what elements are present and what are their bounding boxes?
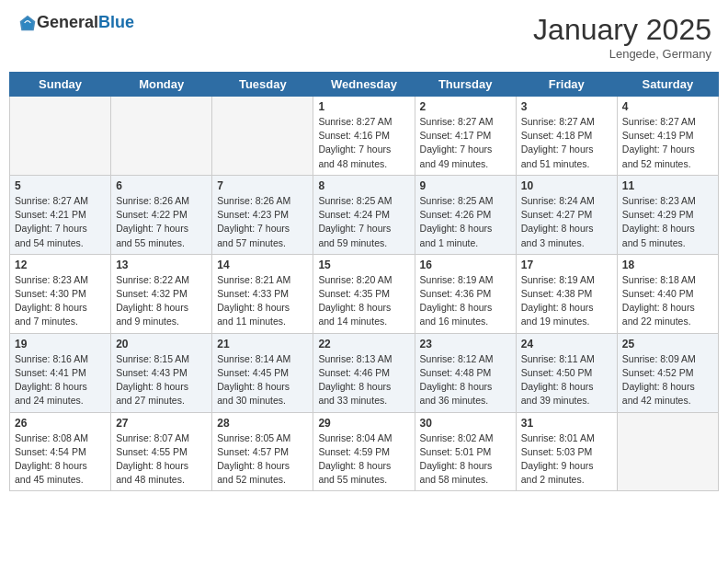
logo-blue: Blue [98,13,134,31]
calendar-cell: 3Sunrise: 8:27 AM Sunset: 4:18 PM Daylig… [516,97,617,176]
day-number: 27 [116,417,207,430]
calendar-cell: 20Sunrise: 8:15 AM Sunset: 4:43 PM Dayli… [111,333,212,412]
calendar-cell: 7Sunrise: 8:26 AM Sunset: 4:23 PM Daylig… [212,175,313,254]
calendar-cell: 28Sunrise: 8:05 AM Sunset: 4:57 PM Dayli… [212,412,313,491]
calendar-cell [111,97,212,176]
day-number: 23 [420,338,511,350]
day-info: Sunrise: 8:27 AM Sunset: 4:21 PM Dayligh… [15,194,106,250]
weekday-header-sunday: Sunday [10,73,111,97]
day-number: 9 [420,179,511,192]
calendar-cell: 30Sunrise: 8:02 AM Sunset: 5:01 PM Dayli… [415,412,516,491]
calendar-week-row: 5Sunrise: 8:27 AM Sunset: 4:21 PM Daylig… [10,175,719,254]
svg-marker-1 [21,17,33,29]
day-number: 11 [622,179,713,192]
day-info: Sunrise: 8:27 AM Sunset: 4:18 PM Dayligh… [521,115,612,171]
day-info: Sunrise: 8:15 AM Sunset: 4:43 PM Dayligh… [116,352,207,408]
day-info: Sunrise: 8:27 AM Sunset: 4:16 PM Dayligh… [318,115,409,171]
calendar-table: SundayMondayTuesdayWednesdayThursdayFrid… [9,72,719,491]
calendar-week-row: 19Sunrise: 8:16 AM Sunset: 4:41 PM Dayli… [10,333,719,412]
calendar-cell: 16Sunrise: 8:19 AM Sunset: 4:36 PM Dayli… [415,254,516,333]
logo-text: GeneralBlue [37,13,134,32]
weekday-header-thursday: Thursday [415,73,516,97]
weekday-header-row: SundayMondayTuesdayWednesdayThursdayFrid… [10,73,719,97]
day-info: Sunrise: 8:27 AM Sunset: 4:19 PM Dayligh… [622,115,713,171]
calendar-cell: 25Sunrise: 8:09 AM Sunset: 4:52 PM Dayli… [617,333,718,412]
day-info: Sunrise: 8:19 AM Sunset: 4:38 PM Dayligh… [521,273,612,329]
day-info: Sunrise: 8:23 AM Sunset: 4:30 PM Dayligh… [15,273,106,329]
day-info: Sunrise: 8:27 AM Sunset: 4:17 PM Dayligh… [420,115,511,171]
calendar-cell: 5Sunrise: 8:27 AM Sunset: 4:21 PM Daylig… [10,175,111,254]
calendar-cell [212,97,313,176]
weekday-header-friday: Friday [516,73,617,97]
calendar-cell: 31Sunrise: 8:01 AM Sunset: 5:03 PM Dayli… [516,412,617,491]
day-number: 15 [318,259,409,271]
day-number: 20 [116,338,207,350]
day-info: Sunrise: 8:23 AM Sunset: 4:29 PM Dayligh… [622,194,713,250]
day-info: Sunrise: 8:19 AM Sunset: 4:36 PM Dayligh… [420,273,511,329]
calendar-week-row: 1Sunrise: 8:27 AM Sunset: 4:16 PM Daylig… [10,97,719,176]
day-number: 22 [318,338,409,350]
day-number: 25 [622,338,713,350]
day-number: 30 [420,417,511,430]
calendar-cell: 9Sunrise: 8:25 AM Sunset: 4:26 PM Daylig… [415,175,516,254]
calendar-cell: 14Sunrise: 8:21 AM Sunset: 4:33 PM Dayli… [212,254,313,333]
day-number: 28 [217,417,308,430]
day-info: Sunrise: 8:05 AM Sunset: 4:57 PM Dayligh… [217,431,308,488]
day-number: 16 [420,259,511,271]
calendar-cell: 1Sunrise: 8:27 AM Sunset: 4:16 PM Daylig… [313,97,415,176]
calendar-cell: 24Sunrise: 8:11 AM Sunset: 4:50 PM Dayli… [516,333,617,412]
day-info: Sunrise: 8:07 AM Sunset: 4:55 PM Dayligh… [116,431,207,488]
day-info: Sunrise: 8:16 AM Sunset: 4:41 PM Dayligh… [15,352,106,408]
logo-general: General [37,13,98,31]
weekday-header-saturday: Saturday [617,73,718,97]
calendar-cell: 26Sunrise: 8:08 AM Sunset: 4:54 PM Dayli… [10,412,111,491]
day-number: 17 [521,259,612,271]
day-info: Sunrise: 8:25 AM Sunset: 4:26 PM Dayligh… [420,194,511,250]
calendar-cell: 13Sunrise: 8:22 AM Sunset: 4:32 PM Dayli… [111,254,212,333]
day-number: 24 [521,338,612,350]
day-number: 8 [318,179,409,192]
calendar-cell [617,412,718,491]
day-number: 3 [521,100,612,113]
day-number: 2 [420,100,511,113]
day-number: 4 [622,100,713,113]
day-info: Sunrise: 8:18 AM Sunset: 4:40 PM Dayligh… [622,273,713,329]
day-info: Sunrise: 8:13 AM Sunset: 4:46 PM Dayligh… [318,352,409,408]
day-info: Sunrise: 8:02 AM Sunset: 5:01 PM Dayligh… [420,431,511,488]
weekday-header-monday: Monday [111,73,212,97]
calendar-cell: 27Sunrise: 8:07 AM Sunset: 4:55 PM Dayli… [111,412,212,491]
calendar-cell: 11Sunrise: 8:23 AM Sunset: 4:29 PM Dayli… [617,175,718,254]
day-info: Sunrise: 8:12 AM Sunset: 4:48 PM Dayligh… [420,352,511,408]
day-info: Sunrise: 8:20 AM Sunset: 4:35 PM Dayligh… [318,273,409,329]
day-number: 21 [217,338,308,350]
calendar-week-row: 26Sunrise: 8:08 AM Sunset: 4:54 PM Dayli… [10,412,719,491]
day-info: Sunrise: 8:25 AM Sunset: 4:24 PM Dayligh… [318,194,409,250]
calendar-cell: 21Sunrise: 8:14 AM Sunset: 4:45 PM Dayli… [212,333,313,412]
day-info: Sunrise: 8:14 AM Sunset: 4:45 PM Dayligh… [217,352,308,408]
logo: GeneralBlue [17,13,134,32]
calendar-cell: 12Sunrise: 8:23 AM Sunset: 4:30 PM Dayli… [10,254,111,333]
day-info: Sunrise: 8:21 AM Sunset: 4:33 PM Dayligh… [217,273,308,329]
title-block: January 2025 Lengede, Germany [533,13,711,61]
calendar-week-row: 12Sunrise: 8:23 AM Sunset: 4:30 PM Dayli… [10,254,719,333]
day-number: 18 [622,259,713,271]
calendar-cell: 10Sunrise: 8:24 AM Sunset: 4:27 PM Dayli… [516,175,617,254]
calendar-cell: 8Sunrise: 8:25 AM Sunset: 4:24 PM Daylig… [313,175,415,254]
month-title: January 2025 [533,13,711,47]
day-info: Sunrise: 8:24 AM Sunset: 4:27 PM Dayligh… [521,194,612,250]
day-info: Sunrise: 8:09 AM Sunset: 4:52 PM Dayligh… [622,352,713,408]
day-number: 10 [521,179,612,192]
calendar-cell: 6Sunrise: 8:26 AM Sunset: 4:22 PM Daylig… [111,175,212,254]
day-number: 5 [15,179,106,192]
calendar-cell: 18Sunrise: 8:18 AM Sunset: 4:40 PM Dayli… [617,254,718,333]
day-number: 7 [217,179,308,192]
day-info: Sunrise: 8:26 AM Sunset: 4:22 PM Dayligh… [116,194,207,250]
day-number: 1 [318,100,409,113]
calendar-cell [10,97,111,176]
day-info: Sunrise: 8:26 AM Sunset: 4:23 PM Dayligh… [217,194,308,250]
day-info: Sunrise: 8:08 AM Sunset: 4:54 PM Dayligh… [15,431,106,488]
weekday-header-wednesday: Wednesday [313,73,415,97]
day-info: Sunrise: 8:01 AM Sunset: 5:03 PM Dayligh… [521,431,612,488]
day-number: 31 [521,417,612,430]
day-number: 6 [116,179,207,192]
